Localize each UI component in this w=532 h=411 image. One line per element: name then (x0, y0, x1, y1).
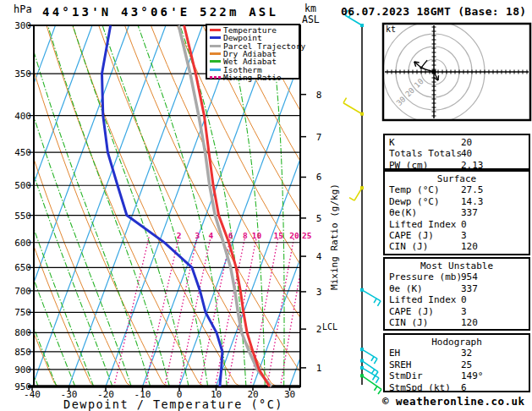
panel-row-label: Lifted Index (389, 219, 456, 230)
panel-row-label: CAPE (J) (389, 306, 434, 317)
panel-row: SREH25 (385, 359, 529, 370)
panel-row-label: EH (389, 348, 400, 359)
km-tick-label: 3 (316, 287, 322, 298)
lcl-label: LCL (322, 322, 337, 332)
wet-adiabat-line (303, 25, 310, 386)
mixing-ratio-value-label: 2 (177, 231, 182, 240)
mixing-ratio-value-label: 10 (252, 231, 262, 240)
pressure-tick-label: 350 (14, 68, 31, 79)
wind-barb-staff (362, 368, 379, 378)
pressure-tick-label: 900 (14, 364, 31, 375)
pressure-tick-label: 650 (14, 262, 31, 273)
wind-barb-tick (375, 386, 377, 391)
mixing-ratio-value-label: 6 (228, 231, 233, 240)
legend-swatch-line (210, 52, 221, 55)
wind-barb-column (343, 10, 381, 394)
panel-row: θe(K)337 (385, 207, 529, 218)
panel-row-label: CIN (J) (389, 241, 428, 252)
legend-swatch-line (210, 60, 221, 63)
km-tick-label: 5 (316, 213, 322, 224)
info-panel-hodograph: HodographEH32SREH25StmDir149°StmSpd (kt)… (383, 333, 530, 392)
panel-row: θe (K)337 (385, 283, 529, 294)
panel-row: CAPE (J)3 (385, 230, 529, 241)
panel-row: StmSpd (kt)6 (385, 382, 529, 393)
panel-row-value: 3 (461, 230, 467, 241)
panel-row-label: K (389, 137, 395, 148)
panel-row-value: 337 (461, 283, 478, 294)
panel-row-value: 2.13 (461, 160, 484, 171)
km-tick-label: 6 (316, 172, 322, 183)
panel-row-label: StmSpd (kt) (389, 382, 451, 393)
panel-row: Temp (°C)27.5 (385, 184, 529, 195)
wind-barb-tick (378, 389, 381, 394)
panel-row-label: θe (K) (389, 283, 423, 294)
pressure-tick-label: 750 (14, 307, 31, 318)
panel-row-label: Temp (°C) (389, 184, 440, 195)
legend-swatch-line (210, 29, 221, 31)
panel-row: EH32 (385, 348, 529, 359)
hodograph-origin-marker (432, 70, 436, 74)
hodograph-trace-dot (420, 66, 422, 68)
panel-row-value: 0 (461, 294, 467, 305)
km-tick-label: 7 (316, 132, 322, 143)
panel-row: Lifted Index0 (385, 294, 529, 305)
pressure-tick-label: 600 (14, 238, 31, 249)
panel-row-value: 3 (461, 306, 467, 317)
height-axis-unit-km: km (304, 3, 316, 14)
panel-row-label: StmDir (389, 370, 423, 381)
legend-swatch-line (210, 36, 221, 39)
panel-row: Dewp (°C)14.3 (385, 196, 529, 207)
x-axis-label: Dewpoint / Temperature (°C) (59, 397, 288, 411)
wind-barb-tick (371, 370, 374, 374)
skewt-sounding-page: 3003504004505005506006507007508008509009… (0, 0, 532, 411)
panel-row-value: 120 (461, 241, 478, 252)
panel-row-label: CIN (J) (389, 317, 428, 328)
km-tick-label: 1 (316, 363, 322, 374)
mixing-ratio-line (165, 238, 197, 387)
mixing-ratio-axis-label: Mixing Ratio (g/kg) (329, 184, 340, 290)
temp-tick-label: -40 (24, 389, 41, 400)
km-tick-label: 2 (316, 324, 322, 335)
panel-row: StmDir149° (385, 370, 529, 381)
km-tick-label: 8 (316, 90, 322, 101)
pressure-tick-label: 700 (14, 286, 31, 297)
pressure-tick-label: 500 (14, 180, 31, 191)
mixing-ratio-value-label: 20 (289, 231, 299, 240)
wind-barb-staff (354, 188, 362, 200)
legend-item: Mixing Ratio (210, 74, 299, 81)
pressure-axis-unit: hPa (14, 3, 32, 15)
valid-time-title: 06.07.2023 18GMT (Base: 18) (341, 5, 526, 18)
wind-barb-tick (343, 98, 347, 103)
panel-row: K20 (385, 137, 529, 148)
mixing-ratio-value-label: 25 (302, 231, 312, 240)
panel-title: Most Unstable (385, 260, 529, 271)
wind-barb-tick (377, 301, 381, 306)
wind-barb-staff (362, 349, 377, 359)
pressure-tick-label: 300 (14, 20, 31, 31)
wind-barb-staff (343, 103, 362, 114)
panel-row: Pressure (mb)954 (385, 271, 529, 282)
panel-row-value: 0 (461, 219, 467, 230)
panel-row-value: 120 (461, 317, 478, 328)
hodograph: 102030 (383, 21, 529, 123)
panel-row-label: PW (cm) (389, 160, 428, 171)
mixing-ratio-value-label: 3 (195, 231, 200, 240)
panel-row-value: 32 (461, 348, 472, 359)
panel-row-value: 40 (461, 148, 472, 159)
panel-row-label: Totals Totals (389, 148, 462, 159)
mixing-ratio-value-label: 4 (209, 231, 214, 240)
panel-row-value: 20 (461, 137, 472, 148)
panel-row: Totals Totals40 (385, 148, 529, 159)
wind-barb-tick (349, 198, 354, 201)
legend-label: Wet Adiabat (223, 58, 277, 65)
wind-barb-tick (371, 357, 374, 361)
wind-barb-tick (374, 299, 376, 303)
legend-swatch-line (210, 45, 221, 47)
wind-barb-tick (376, 378, 379, 383)
pressure-tick-label: 550 (14, 211, 31, 222)
panel-row-label: Dewp (°C) (389, 196, 440, 207)
panel-row: CAPE (J)3 (385, 306, 529, 317)
wet-adiabat-line (0, 25, 2, 386)
km-tick-label: 4 (316, 251, 322, 262)
panel-row-label: SREH (389, 359, 412, 370)
